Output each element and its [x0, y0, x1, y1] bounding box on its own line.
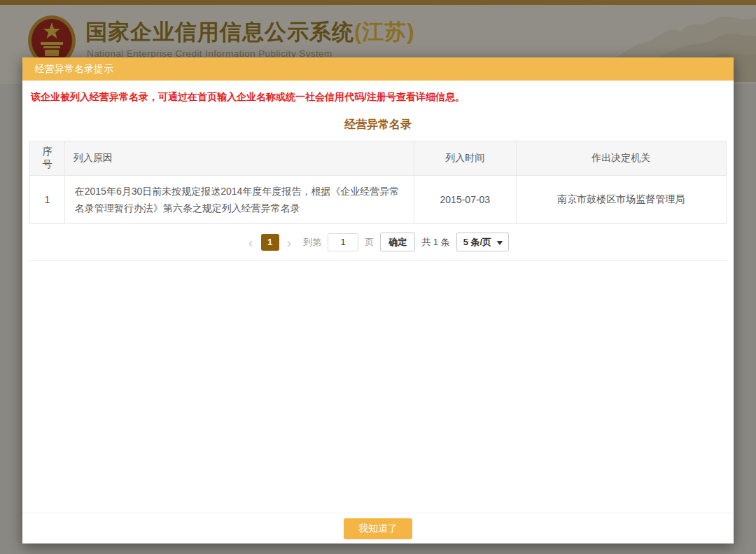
current-page-button[interactable]: 1: [261, 234, 279, 251]
acknowledge-button[interactable]: 我知道了: [344, 518, 412, 539]
goto-confirm-button[interactable]: 确定: [380, 233, 415, 251]
col-header-date: 列入时间: [414, 141, 516, 176]
prev-page-icon[interactable]: ‹: [247, 235, 255, 249]
page-size-select[interactable]: 5 条/页 ▾: [456, 233, 510, 251]
warning-text: 该企业被列入经营异常名录，可通过在首页输入企业名称或统一社会信用代码/注册号查看…: [29, 81, 727, 108]
next-page-icon[interactable]: ›: [286, 235, 293, 249]
modal-footer: 我知道了: [22, 513, 734, 543]
table-container: 序号 列入原因 列入时间 作出决定机关 1 在2015年6月30日前未按规定报送…: [29, 141, 727, 261]
chevron-down-icon: ▾: [497, 237, 503, 247]
cell-reason: 在2015年6月30日前未按规定报送2014年度年度报告，根据《企业经营异常名录…: [64, 176, 414, 224]
cell-seq: 1: [30, 176, 65, 224]
total-count-label: 共 1 条: [421, 236, 449, 249]
modal-title: 经营异常名录提示: [35, 63, 113, 76]
col-header-authority: 作出决定机关: [516, 141, 727, 176]
cell-authority: 南京市鼓楼区市场监督管理局: [516, 176, 727, 224]
page: 国家企业信用信息公示系统(江苏) National Enterprise Cre…: [0, 0, 756, 554]
cell-date: 2015-07-03: [414, 176, 516, 224]
table-title: 经营异常名录: [29, 108, 727, 141]
table-row: 1 在2015年6月30日前未按规定报送2014年度年度报告，根据《企业经营异常…: [30, 176, 727, 224]
table-header-row: 序号 列入原因 列入时间 作出决定机关: [30, 141, 727, 176]
pagination: ‹ 1 › 到第 页 确定 共 1 条 5 条/页 ▾: [29, 224, 727, 251]
col-header-reason: 列入原因: [64, 141, 414, 176]
modal-titlebar: 经营异常名录提示: [22, 57, 734, 81]
goto-page-input[interactable]: [328, 233, 358, 251]
page-unit-label: 页: [365, 236, 374, 249]
modal-body: 该企业被列入经营异常名录，可通过在首页输入企业名称或统一社会信用代码/注册号查看…: [22, 81, 734, 261]
col-header-seq: 序号: [30, 141, 65, 176]
page-size-value: 5 条/页: [463, 236, 491, 249]
goto-page-label: 到第: [303, 236, 321, 249]
abnormal-list-table: 序号 列入原因 列入时间 作出决定机关 1 在2015年6月30日前未按规定报送…: [29, 141, 727, 224]
abnormal-list-modal: 经营异常名录提示 该企业被列入经营异常名录，可通过在首页输入企业名称或统一社会信…: [22, 57, 734, 543]
